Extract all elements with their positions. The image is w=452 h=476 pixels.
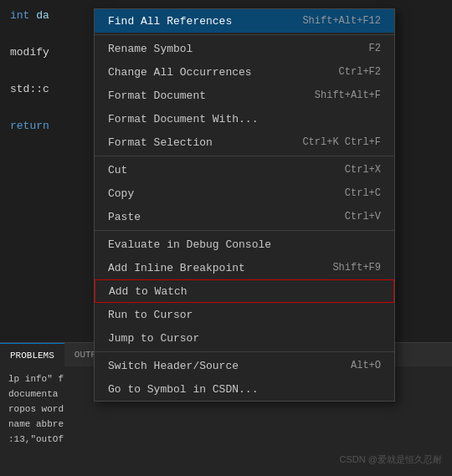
menu-item-evaluate-debug[interactable]: Evaluate in Debug Console xyxy=(95,233,394,256)
menu-item-run-to-cursor[interactable]: Run to Cursor xyxy=(95,303,394,326)
menu-label-evaluate-debug: Evaluate in Debug Console xyxy=(108,238,271,251)
menu-shortcut-add-inline-breakpoint: Shift+F9 xyxy=(332,262,381,274)
panel-line-5: :13,"outOf xyxy=(8,432,444,447)
menu-item-add-to-watch[interactable]: Add to Watch xyxy=(95,279,394,303)
menu-label-switch-header: Switch Header/Source xyxy=(108,360,239,372)
watermark: CSDN @爱就是恒久忍耐 xyxy=(340,453,442,466)
menu-shortcut-copy: Ctrl+C xyxy=(345,187,381,199)
menu-label-go-to-symbol: Go to Symbol in CSDN... xyxy=(108,383,258,396)
menu-item-add-inline-breakpoint[interactable]: Add Inline Breakpoint Shift+F9 xyxy=(95,256,394,279)
menu-item-format-selection[interactable]: Format Selection Ctrl+K Ctrl+F xyxy=(95,131,394,154)
menu-item-copy[interactable]: Copy Ctrl+C xyxy=(95,182,394,205)
menu-item-switch-header[interactable]: Switch Header/Source Alt+O xyxy=(95,354,394,377)
panel-line-4: name abbre xyxy=(8,417,444,432)
menu-label-format-document-with: Format Document With... xyxy=(108,113,258,125)
menu-item-format-document[interactable]: Format Document Shift+Alt+F xyxy=(95,84,394,107)
separator-3 xyxy=(95,230,394,231)
menu-item-paste[interactable]: Paste Ctrl+V xyxy=(95,205,394,228)
menu-item-format-document-with[interactable]: Format Document With... xyxy=(95,107,394,131)
menu-item-jump-to-cursor[interactable]: Jump to Cursor xyxy=(95,326,394,350)
menu-label-copy: Copy xyxy=(108,187,134,200)
menu-label-paste: Paste xyxy=(108,211,141,223)
panel-line-3: ropos word xyxy=(8,402,444,417)
separator-4 xyxy=(95,351,394,352)
menu-label-jump-to-cursor: Jump to Cursor xyxy=(108,332,199,345)
menu-label-change-all-occurrences: Change All Occurrences xyxy=(108,66,252,79)
menu-label-run-to-cursor: Run to Cursor xyxy=(108,309,193,321)
tab-problems[interactable]: PROBLEMS xyxy=(0,343,64,366)
menu-shortcut-paste: Ctrl+V xyxy=(345,211,381,223)
menu-label-find-all-references: Find All References xyxy=(108,15,232,28)
menu-item-go-to-symbol[interactable]: Go to Symbol in CSDN... xyxy=(95,377,394,401)
separator-2 xyxy=(95,156,394,156)
menu-shortcut-find-all-references: Shift+Alt+F12 xyxy=(302,15,381,27)
menu-label-add-to-watch: Add to Watch xyxy=(109,285,187,298)
menu-item-cut[interactable]: Cut Ctrl+X xyxy=(95,158,394,182)
menu-shortcut-cut: Ctrl+X xyxy=(345,164,381,176)
menu-shortcut-format-selection: Ctrl+K Ctrl+F xyxy=(302,136,381,148)
context-menu: Find All References Shift+Alt+F12 Rename… xyxy=(94,8,395,402)
menu-item-rename-symbol[interactable]: Rename Symbol F2 xyxy=(95,37,394,60)
menu-label-format-document: Format Document xyxy=(108,90,206,102)
separator-1 xyxy=(95,34,394,35)
menu-shortcut-rename-symbol: F2 xyxy=(369,43,381,54)
menu-shortcut-format-document: Shift+Alt+F xyxy=(315,90,381,101)
menu-shortcut-switch-header: Alt+O xyxy=(351,360,381,371)
menu-item-change-all-occurrences[interactable]: Change All Occurrences Ctrl+F2 xyxy=(95,60,394,84)
menu-shortcut-change-all-occurrences: Ctrl+F2 xyxy=(339,66,381,78)
menu-item-find-all-references[interactable]: Find All References Shift+Alt+F12 xyxy=(95,9,394,33)
menu-label-format-selection: Format Selection xyxy=(108,136,213,149)
menu-label-add-inline-breakpoint: Add Inline Breakpoint xyxy=(108,262,245,274)
menu-label-cut: Cut xyxy=(108,164,127,177)
menu-label-rename-symbol: Rename Symbol xyxy=(108,43,193,55)
